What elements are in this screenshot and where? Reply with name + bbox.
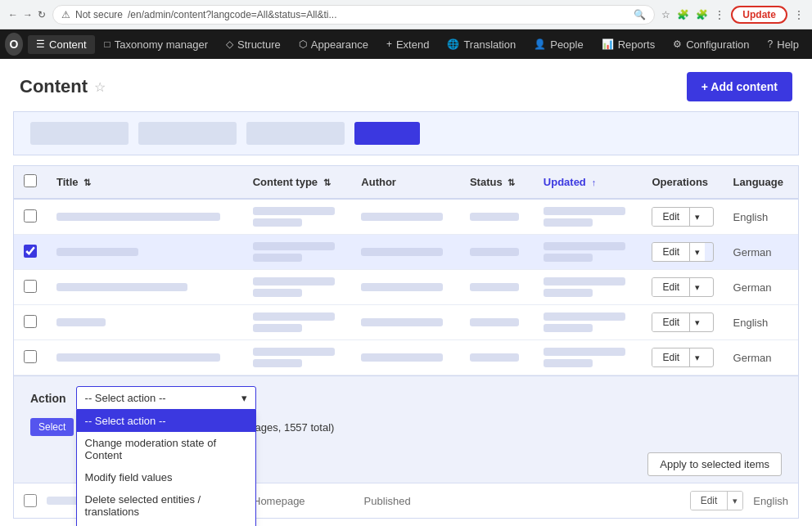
row3-language: German bbox=[733, 281, 772, 294]
row3-edit-dropdown[interactable]: ▾ bbox=[689, 278, 705, 296]
action-select-container[interactable]: -- Select action -- ▾ -- Select action -… bbox=[76, 386, 256, 410]
row2-edit-group[interactable]: Edit ▾ bbox=[652, 242, 713, 262]
row5-operations-cell[interactable]: Edit ▾ bbox=[642, 340, 723, 375]
row1-checkbox[interactable] bbox=[24, 209, 37, 223]
partial-edit-dropdown[interactable]: ▾ bbox=[727, 492, 742, 510]
row4-edit-button[interactable]: Edit bbox=[652, 313, 689, 331]
row2-edit-dropdown[interactable]: ▾ bbox=[689, 243, 705, 261]
nav-item-translation[interactable]: 🌐 Translation bbox=[439, 35, 524, 54]
menu-icon[interactable]: ⋮ bbox=[715, 9, 724, 20]
select-all-checkbox-header[interactable] bbox=[14, 166, 47, 199]
action-row: Action -- Select action -- ▾ -- Select a… bbox=[30, 386, 782, 410]
row4-edit-group[interactable]: Edit ▾ bbox=[652, 312, 713, 332]
refresh-icon[interactable]: ↻ bbox=[38, 9, 46, 20]
row3-ct-blur bbox=[253, 277, 335, 285]
apply-to-selected-button[interactable]: Apply to selected items bbox=[647, 452, 782, 476]
row1-checkbox-cell[interactable] bbox=[14, 199, 47, 235]
nav-reports-label: Reports bbox=[618, 38, 656, 51]
row1-ct-blur bbox=[253, 207, 335, 215]
extensions-icon[interactable]: 🧩 bbox=[677, 9, 689, 20]
row5-edit-button[interactable]: Edit bbox=[652, 348, 689, 366]
row1-language-cell: English bbox=[724, 199, 798, 235]
row5-checkbox[interactable] bbox=[24, 350, 37, 363]
taxonomy-nav-icon: □ bbox=[105, 38, 111, 50]
row5-checkbox-cell[interactable] bbox=[14, 340, 47, 375]
nav-item-help[interactable]: ? Help bbox=[760, 35, 807, 54]
row2-edit-button[interactable]: Edit bbox=[652, 243, 689, 261]
row1-updated-cell bbox=[534, 199, 643, 235]
partial-row-checkbox[interactable] bbox=[24, 494, 37, 507]
row4-operations-cell[interactable]: Edit ▾ bbox=[642, 305, 723, 340]
address-bar[interactable]: ⚠ Not secure /en/admin/content?langcode=… bbox=[52, 5, 655, 25]
row1-edit-group[interactable]: Edit ▾ bbox=[652, 207, 713, 227]
select-all-toggle-button[interactable]: Select bbox=[30, 418, 74, 436]
row3-edit-group[interactable]: Edit ▾ bbox=[652, 277, 713, 297]
row4-checkbox-cell[interactable] bbox=[14, 305, 47, 340]
forward-icon[interactable]: → bbox=[23, 9, 33, 20]
row2-operations-cell[interactable]: Edit ▾ bbox=[642, 235, 723, 270]
nav-content-label: Content bbox=[49, 38, 87, 51]
page-title: Content bbox=[20, 76, 88, 97]
row3-checkbox-cell[interactable] bbox=[14, 270, 47, 305]
row3-updated-cell bbox=[534, 270, 643, 305]
row1-updated-blur2 bbox=[544, 218, 593, 227]
title-column-header[interactable]: Title ⇅ bbox=[47, 166, 243, 199]
title-sort-icon: ⇅ bbox=[83, 178, 91, 187]
nav-item-structure[interactable]: ◇ Structure bbox=[218, 35, 289, 54]
content-type-column-header[interactable]: Content type ⇅ bbox=[243, 166, 352, 199]
action-select-display[interactable]: -- Select action -- ▾ bbox=[76, 386, 256, 410]
favorite-icon[interactable]: ☆ bbox=[94, 79, 106, 95]
row2-status-cell bbox=[460, 235, 534, 270]
browser-menu-icon[interactable]: ⋮ bbox=[794, 9, 804, 20]
nav-item-extend[interactable]: + Extend bbox=[378, 35, 438, 54]
bookmark-icon[interactable]: ☆ bbox=[661, 9, 670, 20]
select-toggle-label: Select bbox=[38, 421, 65, 433]
action-dropdown-item-modify-fields[interactable]: Modify field values bbox=[77, 466, 255, 488]
row4-checkbox[interactable] bbox=[24, 315, 37, 328]
nav-configuration-label: Configuration bbox=[686, 38, 749, 51]
action-dropdown-item-save[interactable]: Save content item bbox=[77, 523, 255, 526]
add-content-button[interactable]: + Add content bbox=[687, 72, 792, 101]
nav-item-taxonomy[interactable]: □ Taxonomy manager bbox=[97, 35, 216, 54]
nav-item-appearance[interactable]: ⬡ Appearance bbox=[291, 35, 377, 54]
partial-content-type: Homepage bbox=[253, 495, 305, 507]
nav-item-content[interactable]: ☰ Content bbox=[28, 35, 95, 54]
row3-operations-cell[interactable]: Edit ▾ bbox=[642, 270, 723, 305]
row5-edit-dropdown[interactable]: ▾ bbox=[689, 348, 705, 366]
updated-column-header[interactable]: Updated ↑ bbox=[534, 166, 643, 199]
row4-ct-blur bbox=[253, 312, 335, 321]
partial-edit-group[interactable]: Edit ▾ bbox=[690, 491, 744, 510]
row2-ct-blur2 bbox=[253, 254, 302, 262]
row1-edit-button[interactable]: Edit bbox=[652, 208, 689, 226]
author-header-label: Author bbox=[361, 176, 396, 188]
row1-status-cell bbox=[460, 199, 534, 235]
select-all-checkbox[interactable] bbox=[24, 174, 37, 187]
people-nav-icon: 👤 bbox=[534, 38, 546, 50]
status-column-header[interactable]: Status ⇅ bbox=[460, 166, 534, 199]
row3-checkbox[interactable] bbox=[24, 280, 37, 293]
back-icon[interactable]: ← bbox=[8, 9, 18, 20]
action-dropdown-item-delete[interactable]: Delete selected entities / translations bbox=[77, 488, 255, 523]
row2-language: German bbox=[733, 246, 772, 259]
partial-edit-button[interactable]: Edit bbox=[691, 492, 728, 510]
row1-operations-cell[interactable]: Edit ▾ bbox=[642, 199, 723, 235]
row1-title-cell bbox=[47, 199, 243, 235]
nav-item-people[interactable]: 👤 People bbox=[526, 35, 591, 54]
row1-edit-dropdown[interactable]: ▾ bbox=[689, 208, 705, 226]
row2-checkbox[interactable] bbox=[24, 245, 37, 258]
row3-status-cell bbox=[460, 270, 534, 305]
row3-edit-button[interactable]: Edit bbox=[652, 278, 689, 296]
puzzle-icon[interactable]: 🧩 bbox=[696, 9, 708, 20]
row2-checkbox-cell[interactable] bbox=[14, 235, 47, 270]
operations-column-header: Operations bbox=[642, 166, 723, 199]
update-button[interactable]: Update bbox=[731, 6, 787, 24]
action-dropdown-item-moderation[interactable]: Change moderation state of Content bbox=[77, 432, 255, 466]
row5-edit-group[interactable]: Edit ▾ bbox=[652, 348, 713, 367]
operations-header-label: Operations bbox=[652, 176, 708, 188]
filter-area bbox=[13, 111, 799, 155]
row4-edit-dropdown[interactable]: ▾ bbox=[689, 313, 705, 331]
nav-item-reports[interactable]: 📊 Reports bbox=[593, 35, 664, 54]
site-logo: O bbox=[5, 33, 23, 56]
action-dropdown-item-default[interactable]: -- Select action -- bbox=[77, 410, 255, 432]
nav-item-configuration[interactable]: ⚙ Configuration bbox=[665, 35, 757, 54]
